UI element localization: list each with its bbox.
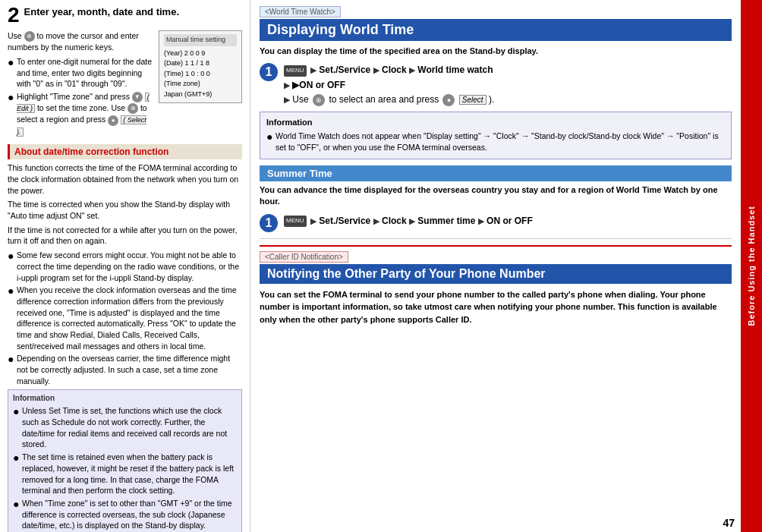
bullet1-text: To enter one-digit numeral for the date … bbox=[17, 56, 153, 90]
cursor-button: ⊕ bbox=[24, 31, 35, 42]
st-clock: Clock bbox=[382, 216, 407, 226]
about-bullet-dot2: ● bbox=[8, 285, 17, 296]
set-service-label: Set./Service bbox=[319, 65, 370, 75]
arrow3: ▶ bbox=[409, 65, 415, 74]
bullet-dot2: ● bbox=[8, 92, 17, 102]
image-line5: Japan (GMT+9) bbox=[164, 90, 237, 100]
info-box-left: Information ● Unless Set Time is set, th… bbox=[8, 389, 242, 532]
info-item2: ● The set time is retained even when the… bbox=[13, 452, 237, 496]
summer-time-step1: 1 MENU ▶ Set./Service ▶ Clock ▶ Summer t… bbox=[260, 214, 732, 232]
st-set-service: Set./Service bbox=[319, 216, 370, 226]
info-dot2: ● bbox=[13, 452, 22, 463]
st-arrow1: ▶ bbox=[310, 216, 316, 225]
step2-title: Enter year, month, date and time. bbox=[24, 6, 179, 19]
left-column: 2 Enter year, month, date and time. Manu… bbox=[0, 0, 250, 532]
sidebar-label: Before Using the Handset bbox=[747, 206, 756, 326]
st-arrow2: ▶ bbox=[373, 216, 379, 225]
period-label: ). bbox=[489, 94, 494, 105]
world-time-info-item: ● World Time Watch does not appear when … bbox=[266, 131, 725, 153]
caller-id-heading: Notifying the Other Party of Your Phone … bbox=[260, 264, 732, 284]
world-time-line1: MENU ▶ Set./Service ▶ Clock ▶ World time… bbox=[284, 63, 732, 77]
world-time-step1: 1 MENU ▶ Set./Service ▶ Clock ▶ World ti… bbox=[260, 63, 732, 107]
divider bbox=[260, 238, 732, 239]
clock-label: Clock bbox=[382, 65, 407, 75]
about-bullet2: ● When you receive the clock information… bbox=[8, 285, 242, 351]
caller-id-section: <Caller ID Notification> Notifying the O… bbox=[260, 245, 732, 326]
about-body1: This function corrects the time of the F… bbox=[8, 162, 242, 196]
world-time-info-text: World Time Watch does not appear when "D… bbox=[276, 131, 725, 153]
bullet-dot1: ● bbox=[8, 57, 17, 68]
step2-header: 2 Enter year, month, date and time. bbox=[8, 6, 242, 26]
caller-id-desc: You can set the FOMA terminal to send yo… bbox=[260, 288, 732, 326]
about-heading: About date/time correction function bbox=[8, 144, 242, 159]
image-line1: (Year) 2 0 0 9 bbox=[164, 49, 237, 59]
st-arrow4: ▶ bbox=[478, 216, 484, 225]
st-summer-time: Summer time bbox=[417, 216, 475, 226]
sidebar: Before Using the Handset bbox=[741, 0, 762, 532]
step2-number: 2 bbox=[8, 5, 20, 26]
right-column: <World Time Watch> Displaying World Time… bbox=[250, 0, 741, 532]
caller-id-tag: <Caller ID Notification> bbox=[260, 251, 348, 263]
world-time-heading: Displaying World Time bbox=[260, 19, 732, 41]
bullet2: ● Highlight "Time zone" and press ▼ ( Ed… bbox=[8, 91, 153, 137]
to-select-label: to select an area and press bbox=[329, 94, 439, 105]
right-main: <World Time Watch> Displaying World Time… bbox=[250, 0, 741, 514]
summer-time-step-content: MENU ▶ Set./Service ▶ Clock ▶ Summer tim… bbox=[284, 214, 732, 228]
step2-body: Manual time setting (Year) 2 0 0 9 (Date… bbox=[8, 30, 242, 138]
world-time-watch-label: World time watch bbox=[417, 65, 493, 75]
menu-icon2: MENU bbox=[284, 216, 307, 227]
image-line3: (Time) 1 0 : 0 0 bbox=[164, 69, 237, 80]
bullet1: ● To enter one-digit numeral for the dat… bbox=[8, 56, 153, 90]
on-off-label: ▶ON or OFF bbox=[292, 80, 345, 90]
world-time-step-number: 1 bbox=[260, 63, 278, 81]
bullet2-text: Highlight "Time zone" and press ▼ ( Edit… bbox=[17, 91, 153, 137]
world-time-info-title: Information bbox=[266, 116, 725, 129]
world-time-line2: ▶ ▶ON or OFF bbox=[284, 78, 732, 93]
confirm-button-icon: ● bbox=[108, 115, 118, 126]
select-button-icon: ⊕ bbox=[128, 103, 138, 114]
world-time-line3: ▶ Use ⊕ to select an area and press ● Se… bbox=[284, 93, 732, 107]
select-text: Select bbox=[459, 95, 486, 105]
info-box-title-left: Information bbox=[13, 393, 237, 404]
summer-time-heading: Summer Time bbox=[260, 165, 732, 181]
about-bullet3-text: Depending on the overseas carrier, the t… bbox=[17, 353, 242, 386]
info-text3: When "Time zone" is set to other than "G… bbox=[22, 498, 237, 531]
world-time-step-content: MENU ▶ Set./Service ▶ Clock ▶ World time… bbox=[284, 63, 732, 107]
info-item3: ● When "Time zone" is set to other than … bbox=[13, 498, 237, 531]
info-text2: The set time is retained even when the b… bbox=[22, 452, 237, 496]
world-time-section: <World Time Watch> Displaying World Time… bbox=[260, 6, 732, 159]
about-body3: If the time is not corrected for a while… bbox=[8, 225, 242, 247]
edit-button-icon: ▼ bbox=[132, 92, 143, 102]
manual-time-image: Manual time setting (Year) 2 0 0 9 (Date… bbox=[159, 30, 242, 103]
image-line2: (Date) 1 1 / 1 8 bbox=[164, 58, 237, 69]
arrow4: ▶ bbox=[284, 80, 290, 90]
arrow2: ▶ bbox=[373, 65, 379, 74]
menu-icon1: MENU bbox=[284, 65, 307, 77]
summer-time-step-number: 1 bbox=[260, 214, 278, 232]
info-item1: ● Unless Set Time is set, the functions … bbox=[13, 405, 237, 450]
st-on-off: ON or OFF bbox=[486, 216, 533, 226]
st-arrow3: ▶ bbox=[409, 216, 415, 225]
image-title: Manual time setting bbox=[164, 34, 237, 46]
info-text1: Unless Set Time is set, the functions wh… bbox=[22, 405, 237, 450]
summer-time-desc: You can advance the time displayed for t… bbox=[260, 184, 732, 208]
use-label3: Use bbox=[292, 94, 311, 105]
summer-time-section: Summer Time You can advance the time dis… bbox=[260, 165, 732, 232]
world-time-tag: <World Time Watch> bbox=[260, 6, 341, 17]
arrow1: ▶ bbox=[310, 65, 316, 74]
world-time-info-box: Information ● World Time Watch does not … bbox=[260, 112, 732, 159]
about-bullet1-text: Some few second errors might occur. You … bbox=[17, 250, 242, 283]
about-bullet-dot3: ● bbox=[8, 354, 17, 364]
image-line4: (Time zone) bbox=[164, 79, 237, 90]
use-label: Use bbox=[8, 31, 22, 40]
arrow5: ▶ bbox=[284, 95, 290, 104]
page-number: 47 bbox=[250, 514, 741, 532]
summer-time-line1: MENU ▶ Set./Service ▶ Clock ▶ Summer tim… bbox=[284, 214, 732, 228]
area-select-btn: ⊕ bbox=[313, 94, 325, 106]
about-bullet-dot1: ● bbox=[8, 250, 17, 261]
about-bullet3: ● Depending on the overseas carrier, the… bbox=[8, 353, 242, 386]
press-btn: ● bbox=[442, 94, 455, 106]
info-dot3: ● bbox=[13, 499, 22, 509]
about-bullet1: ● Some few second errors might occur. Yo… bbox=[8, 250, 242, 283]
info-dot1: ● bbox=[13, 406, 22, 417]
